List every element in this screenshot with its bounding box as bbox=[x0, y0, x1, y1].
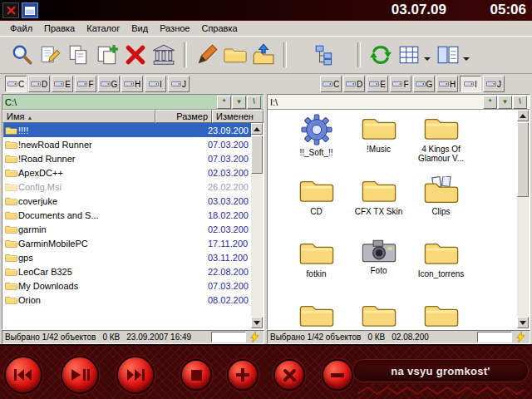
quick-launch-button[interactable] bbox=[514, 331, 527, 343]
drive-button-c[interactable]: C bbox=[5, 76, 27, 92]
file-row[interactable]: coverjuke 03.03.200 bbox=[3, 194, 251, 208]
scrollbar-thumb[interactable] bbox=[517, 122, 529, 197]
grid-item-label: !Music bbox=[349, 145, 409, 154]
command-input[interactable] bbox=[211, 332, 246, 342]
file-row[interactable]: My Downloads 07.03.200 bbox=[3, 278, 251, 293]
menu-file[interactable]: Файл bbox=[4, 22, 38, 34]
file-row[interactable]: GarminMobilePC 17.11.200 bbox=[3, 236, 251, 250]
copy-button[interactable] bbox=[65, 40, 93, 70]
right-path-bar[interactable]: I:\ * ▾ \ bbox=[268, 95, 530, 110]
next-track-button[interactable] bbox=[116, 356, 155, 394]
tree-view-button[interactable] bbox=[311, 40, 339, 70]
play-pause-button[interactable] bbox=[61, 356, 99, 394]
refresh-button[interactable] bbox=[367, 40, 395, 70]
paste-button[interactable] bbox=[93, 40, 121, 70]
drive-button-g[interactable]: G bbox=[98, 76, 120, 92]
file-row[interactable]: !newRoad Runner 07.03.200 bbox=[3, 137, 251, 151]
previous-track-button[interactable] bbox=[4, 356, 42, 394]
quick-launch-button[interactable] bbox=[248, 331, 261, 343]
file-row[interactable]: gps 03.11.200 bbox=[3, 250, 251, 264]
grid-item[interactable]: !!_Soft_!! bbox=[285, 110, 347, 172]
pen-button[interactable] bbox=[193, 40, 221, 70]
menu-misc[interactable]: Разное bbox=[154, 22, 195, 34]
edit-icon bbox=[39, 43, 62, 66]
root-button[interactable]: \ bbox=[513, 96, 527, 109]
command-input[interactable] bbox=[477, 332, 512, 342]
favorites-button[interactable]: * bbox=[217, 96, 231, 109]
grid-item[interactable]: 4 Kings Of Glamour V... bbox=[410, 110, 472, 172]
menu-directory[interactable]: Каталог bbox=[81, 22, 126, 34]
menu-help[interactable]: Справка bbox=[195, 22, 243, 34]
stop-button[interactable] bbox=[180, 359, 212, 391]
file-row[interactable]: garmin 02.03.200 bbox=[3, 222, 251, 236]
favorites-button[interactable]: * bbox=[483, 96, 497, 109]
grid-item[interactable]: fotkin bbox=[285, 234, 347, 297]
grid-item[interactable]: Clips bbox=[410, 172, 472, 234]
file-row[interactable]: ApexDC++ 02.03.200 bbox=[3, 165, 251, 180]
drive-button-d[interactable]: D bbox=[28, 76, 50, 92]
volume-up-button[interactable] bbox=[227, 359, 259, 391]
drive-button-e[interactable]: E bbox=[52, 76, 73, 92]
parent-directory-button[interactable] bbox=[249, 40, 278, 70]
history-button[interactable]: ▾ bbox=[232, 96, 246, 109]
grid-item[interactable] bbox=[285, 297, 347, 328]
left-scrollbar[interactable] bbox=[251, 123, 263, 328]
grid-item[interactable] bbox=[410, 297, 472, 328]
grid-item[interactable]: CD bbox=[285, 172, 347, 234]
file-row[interactable]: Config.Msi 26.02.200 bbox=[3, 180, 251, 194]
volume-preset-button[interactable]: na vsyu gromkost' bbox=[352, 359, 529, 382]
file-row[interactable]: !Road Runner 07.03.200 bbox=[3, 151, 251, 165]
scroll-down-arrow[interactable] bbox=[251, 317, 263, 328]
column-header-name[interactable]: Имя ▲ bbox=[2, 110, 155, 123]
volume-down-button[interactable] bbox=[322, 359, 353, 391]
grid-item[interactable]: CFX TX Skin bbox=[347, 172, 410, 234]
grid-item[interactable] bbox=[347, 297, 410, 328]
icon-view-button[interactable] bbox=[395, 40, 423, 70]
right-scrollbar[interactable] bbox=[517, 110, 529, 328]
drive-button-j[interactable]: J bbox=[168, 76, 190, 92]
column-header-size[interactable]: Размер bbox=[155, 110, 212, 123]
menu-view[interactable]: Вид bbox=[126, 22, 154, 34]
file-row[interactable]: Orion 08.02.200 bbox=[3, 293, 251, 307]
file-row[interactable]: Documents and S... 18.02.200 bbox=[3, 208, 251, 222]
panel-view-button[interactable] bbox=[434, 40, 462, 70]
close-button[interactable] bbox=[2, 2, 19, 18]
drive-button-f[interactable]: F bbox=[390, 76, 411, 92]
archive-button[interactable] bbox=[150, 40, 178, 70]
left-path-bar[interactable]: C:\ * ▾ \ bbox=[2, 95, 264, 110]
scroll-up-arrow[interactable] bbox=[251, 123, 263, 135]
delete-button[interactable] bbox=[121, 40, 150, 70]
scroll-down-arrow[interactable] bbox=[517, 317, 529, 328]
column-header-modified[interactable]: Изменен bbox=[212, 110, 264, 123]
panel-view-dropdown-arrow[interactable] bbox=[463, 57, 470, 64]
app-taskbar-button[interactable] bbox=[22, 2, 38, 18]
drive-button-d[interactable]: D bbox=[343, 76, 365, 92]
drive-button-i[interactable]: I bbox=[145, 76, 166, 92]
right-path-buttons: * ▾ \ bbox=[483, 96, 527, 109]
scroll-up-arrow[interactable] bbox=[517, 110, 529, 121]
grid-item[interactable]: !Music bbox=[347, 110, 410, 172]
drive-button-h[interactable]: H bbox=[121, 76, 143, 92]
grid-item[interactable]: Icon_torrens bbox=[410, 234, 472, 297]
drive-button-e[interactable]: E bbox=[367, 76, 388, 92]
root-button[interactable]: \ bbox=[247, 96, 261, 109]
mute-button[interactable] bbox=[273, 359, 305, 391]
file-row[interactable]: !!!! 23.09.200 bbox=[3, 123, 251, 137]
drive-button-j[interactable]: J bbox=[483, 76, 505, 92]
file-row[interactable]: LeoCar B325 22.08.200 bbox=[3, 264, 251, 278]
open-folder-button[interactable] bbox=[221, 40, 249, 70]
left-path-buttons: * ▾ \ bbox=[217, 96, 261, 109]
grid-item[interactable]: Foto bbox=[347, 234, 410, 297]
scrollbar-thumb[interactable] bbox=[251, 135, 263, 174]
edit-button[interactable] bbox=[37, 40, 65, 70]
drive-button-c[interactable]: C bbox=[320, 76, 342, 92]
drive-button-f[interactable]: F bbox=[75, 76, 96, 92]
search-button[interactable] bbox=[8, 40, 37, 70]
menu-edit[interactable]: Правка bbox=[38, 22, 81, 34]
drive-button-h[interactable]: H bbox=[436, 76, 458, 92]
icon-view-dropdown-arrow[interactable] bbox=[424, 57, 431, 64]
folder-up-icon bbox=[252, 43, 275, 66]
drive-button-g[interactable]: G bbox=[413, 76, 435, 92]
drive-button-i[interactable]: I bbox=[460, 76, 481, 92]
history-button[interactable]: ▾ bbox=[498, 96, 512, 109]
